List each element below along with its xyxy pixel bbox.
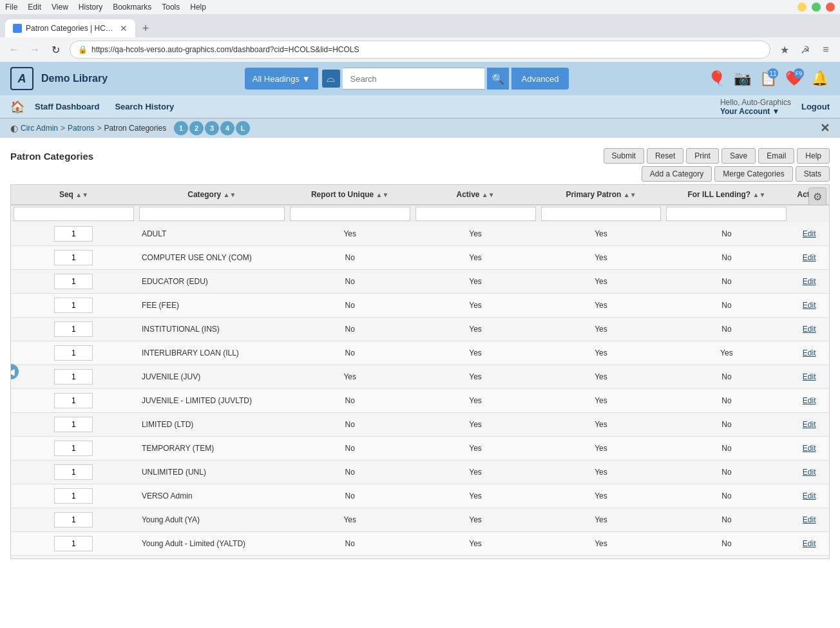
staff-dashboard-link[interactable]: Staff Dashboard bbox=[30, 99, 104, 114]
heart-icon-button[interactable]: ❤️ F9 bbox=[783, 68, 804, 89]
seq-input-5[interactable] bbox=[54, 345, 93, 361]
extensions-button[interactable]: ☭ bbox=[796, 41, 814, 59]
edit-link-11[interactable]: Edit bbox=[803, 491, 816, 500]
email-button[interactable]: Email bbox=[758, 148, 794, 164]
edit-link-3[interactable]: Edit bbox=[803, 301, 816, 310]
database-icon[interactable]: ⌓ bbox=[322, 70, 340, 88]
edit-link-5[interactable]: Edit bbox=[803, 348, 816, 357]
seq-input-2[interactable] bbox=[54, 274, 93, 289]
url-bar[interactable]: 🔒 https://qa-hcols-verso.auto-graphics.c… bbox=[70, 41, 770, 59]
print-button[interactable]: Print bbox=[686, 148, 719, 164]
seq-input-9[interactable] bbox=[54, 441, 93, 456]
edit-link-4[interactable]: Edit bbox=[803, 325, 816, 334]
edit-link-1[interactable]: Edit bbox=[803, 253, 816, 262]
edit-link-0[interactable]: Edit bbox=[803, 229, 816, 238]
seq-input-13[interactable] bbox=[54, 536, 93, 551]
category-sort-icon[interactable]: ▲▼ bbox=[224, 191, 236, 198]
back-button[interactable]: ← bbox=[5, 41, 23, 59]
balloon-icon-button[interactable]: 🎈 bbox=[706, 68, 727, 89]
edit-link-6[interactable]: Edit bbox=[803, 372, 816, 381]
new-tab-button[interactable]: + bbox=[137, 19, 155, 37]
reload-button[interactable]: ↻ bbox=[46, 41, 64, 59]
report-sort-icon[interactable]: ▲▼ bbox=[376, 191, 389, 198]
breadcrumb-patrons[interactable]: Patrons bbox=[68, 124, 94, 133]
logout-button[interactable]: Logout bbox=[801, 102, 830, 111]
seq-input-11[interactable] bbox=[54, 488, 93, 504]
your-account-link[interactable]: Your Account ▼ bbox=[720, 107, 780, 116]
primary-sort-icon[interactable]: ▲▼ bbox=[624, 191, 636, 198]
seq-input-7[interactable] bbox=[54, 393, 93, 408]
camera-icon-button[interactable]: 📷 bbox=[732, 68, 752, 89]
filter-ill-lending[interactable] bbox=[666, 207, 787, 221]
active-sort-icon[interactable]: ▲▼ bbox=[482, 191, 495, 198]
merge-categories-button[interactable]: Merge Categories bbox=[714, 166, 792, 182]
menu-edit[interactable]: Edit bbox=[28, 3, 41, 12]
bell-icon-button[interactable]: 🔔 bbox=[809, 68, 830, 89]
seq-input-6[interactable] bbox=[54, 369, 93, 385]
seq-input-3[interactable] bbox=[54, 298, 93, 313]
stats-button[interactable]: Stats bbox=[796, 166, 830, 182]
edit-link-8[interactable]: Edit bbox=[803, 420, 816, 429]
filter-active[interactable] bbox=[415, 207, 536, 221]
add-category-button[interactable]: Add a Category bbox=[642, 166, 712, 182]
step-2[interactable]: 2 bbox=[189, 121, 204, 135]
edit-link-9[interactable]: Edit bbox=[803, 444, 816, 453]
table-row: Young Adult - Limited (YALTD) No Yes Yes… bbox=[11, 532, 829, 556]
menu-help[interactable]: Help bbox=[190, 3, 206, 12]
seq-input-1[interactable] bbox=[54, 250, 93, 265]
ill-sort-icon[interactable]: ▲▼ bbox=[753, 191, 766, 198]
home-icon[interactable]: 🏠 bbox=[10, 100, 24, 114]
list-icon-button[interactable]: 📋 11 bbox=[758, 68, 778, 89]
menu-bookmarks[interactable]: Bookmarks bbox=[113, 3, 151, 12]
step-l[interactable]: L bbox=[236, 121, 250, 135]
forward-button[interactable]: → bbox=[26, 41, 44, 59]
submit-button[interactable]: Submit bbox=[604, 148, 644, 164]
edit-link-2[interactable]: Edit bbox=[803, 277, 816, 286]
category-cell-6: JUVENILE (JUV) bbox=[137, 365, 287, 389]
step-3[interactable]: 3 bbox=[205, 121, 219, 135]
breadcrumb-circ-admin[interactable]: Circ Admin bbox=[21, 124, 58, 133]
search-input[interactable] bbox=[343, 68, 484, 90]
seq-input-4[interactable] bbox=[54, 321, 93, 337]
gear-settings-button[interactable]: ⚙ bbox=[808, 187, 826, 205]
menu-history[interactable]: History bbox=[79, 3, 102, 12]
category-cell-5: INTERLIBRARY LOAN (ILL) bbox=[137, 341, 287, 365]
filter-seq[interactable] bbox=[14, 207, 134, 221]
search-history-link[interactable]: Search History bbox=[110, 99, 179, 114]
step-4[interactable]: 4 bbox=[220, 121, 234, 135]
help-button[interactable]: Help bbox=[797, 148, 830, 164]
filter-primary-patron[interactable] bbox=[541, 207, 662, 221]
edit-link-10[interactable]: Edit bbox=[803, 468, 816, 477]
bookmark-button[interactable]: ★ bbox=[776, 41, 794, 59]
reset-button[interactable]: Reset bbox=[647, 148, 683, 164]
menu-tools[interactable]: Tools bbox=[162, 3, 180, 12]
window-minimize[interactable] bbox=[797, 3, 807, 12]
window-close[interactable] bbox=[826, 3, 835, 12]
browser-menu-button[interactable]: ≡ bbox=[817, 41, 835, 59]
seq-input-10[interactable] bbox=[54, 464, 93, 480]
menu-file[interactable]: File bbox=[5, 3, 17, 12]
edit-link-7[interactable]: Edit bbox=[803, 396, 816, 405]
search-button[interactable]: 🔍 bbox=[487, 68, 509, 90]
heading-dropdown[interactable]: All Headings ▼ bbox=[245, 68, 318, 90]
library-name: Demo Library bbox=[41, 73, 108, 84]
table-scroll-area[interactable]: Seq ▲▼ Category ▲▼ Report to Unique ▲▼ bbox=[11, 185, 829, 558]
seq-sort-icon[interactable]: ▲▼ bbox=[75, 191, 88, 198]
edit-link-13[interactable]: Edit bbox=[803, 539, 816, 548]
step-1[interactable]: 1 bbox=[174, 121, 188, 135]
seq-input-0[interactable] bbox=[54, 226, 93, 242]
advanced-button[interactable]: Advanced bbox=[511, 68, 569, 90]
breadcrumb-close-button[interactable]: ✕ bbox=[820, 121, 830, 135]
search-area: All Headings ▼ ⌓ 🔍 Advanced bbox=[115, 68, 698, 90]
filter-category[interactable] bbox=[139, 207, 285, 221]
seq-input-12[interactable] bbox=[54, 512, 93, 528]
tab-close-button[interactable]: ✕ bbox=[120, 24, 128, 33]
menu-view[interactable]: View bbox=[52, 3, 68, 12]
browser-tab-active[interactable]: Patron Categories | HCOLS | hc... ✕ bbox=[5, 19, 135, 37]
filter-report-unique[interactable] bbox=[290, 207, 410, 221]
edit-link-12[interactable]: Edit bbox=[803, 515, 816, 524]
category-cell-2: EDUCATOR (EDU) bbox=[137, 270, 287, 294]
window-maximize[interactable] bbox=[812, 3, 821, 12]
seq-input-8[interactable] bbox=[54, 417, 93, 432]
save-button[interactable]: Save bbox=[721, 148, 756, 164]
